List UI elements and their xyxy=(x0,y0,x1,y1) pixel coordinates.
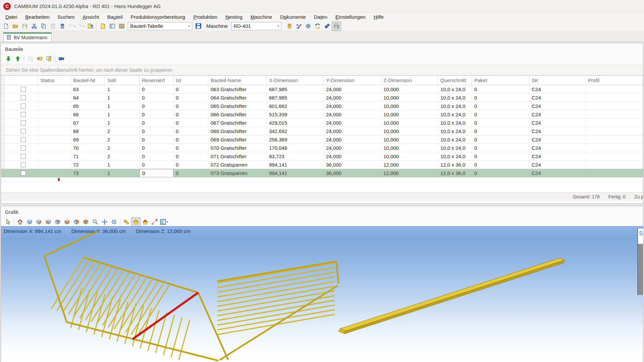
cell-querschnitt[interactable]: 12,0 x 36,0 xyxy=(438,169,472,177)
cell-paket[interactable]: 0 xyxy=(472,135,529,144)
cut-button[interactable] xyxy=(30,21,39,31)
menu-produktionsvorbereitung[interactable]: Produktionsvorbereitung xyxy=(127,13,190,20)
cell-reserviert[interactable]: 0 xyxy=(140,102,173,110)
machine-tool-button[interactable] xyxy=(294,21,304,31)
menu-produktion[interactable]: Produktion xyxy=(189,13,221,20)
cell-y-dimension[interactable]: 24,000 xyxy=(324,152,381,161)
cell-querschnitt[interactable]: 10,0 x 24,0 xyxy=(438,152,472,161)
cell-ist[interactable]: 0 xyxy=(173,169,208,177)
cell-y-dimension[interactable]: 24,000 xyxy=(324,94,381,102)
cell-querschnitt[interactable]: 10,0 x 24,0 xyxy=(438,127,472,135)
cell-querschnitt[interactable]: 10,0 x 24,0 xyxy=(438,135,472,144)
cell-profil[interactable] xyxy=(586,135,643,144)
cell-reserviert[interactable]: 0 xyxy=(140,85,173,94)
table-row-72[interactable]: 72100072 Gratsparren994,14136,00012,0001… xyxy=(1,161,643,169)
cell-y-dimension[interactable]: 24,000 xyxy=(324,144,381,152)
cell-reserviert[interactable]: 0 xyxy=(140,161,173,169)
row-checkbox[interactable] xyxy=(21,171,26,176)
cell-x-dimension[interactable]: 687,985 xyxy=(267,94,324,102)
building-view-button[interactable] xyxy=(131,217,141,227)
view-cube-iso-button[interactable] xyxy=(25,217,34,227)
cell-status[interactable] xyxy=(38,161,71,169)
cell-z-dimension[interactable]: 10,000 xyxy=(381,135,438,144)
cell-bauteil-name[interactable]: 066 Gratschifter xyxy=(208,110,267,119)
cell-bauteil-nr[interactable]: 65 xyxy=(71,102,105,110)
cell-status[interactable] xyxy=(38,152,71,161)
view-cube-top-button[interactable] xyxy=(53,217,62,227)
cell-z-dimension[interactable]: 10,000 xyxy=(381,119,438,127)
menu-bauteil[interactable]: Bauteil xyxy=(103,13,127,20)
column-header-ist[interactable]: Ist xyxy=(173,76,208,85)
cell-reserviert[interactable]: 0 xyxy=(140,144,173,152)
checkbox-column-header[interactable] xyxy=(4,76,38,85)
cell-querschnitt[interactable]: 10,0 x 24,0 xyxy=(438,102,472,110)
view-cube-front-button[interactable] xyxy=(44,217,53,227)
cell-ist[interactable]: 0 xyxy=(173,85,208,94)
table-row-73[interactable]: 73100073 Gratsparren994,14136,00012,0001… xyxy=(1,169,643,177)
view-cube-topfront-button[interactable] xyxy=(81,217,91,227)
cell-status[interactable] xyxy=(38,85,71,94)
cell-x-dimension[interactable]: 429,015 xyxy=(267,119,324,127)
cell-soll[interactable]: 2 xyxy=(105,144,140,152)
cell-y-dimension[interactable]: 24,000 xyxy=(324,102,381,110)
cell-profil[interactable] xyxy=(586,85,643,94)
cell-paket[interactable]: 0 xyxy=(472,119,529,127)
cell-profil[interactable] xyxy=(586,144,643,152)
cell-querschnitt[interactable]: 12,0 x 36,0 xyxy=(438,161,472,169)
cell-sk[interactable]: C24 xyxy=(529,85,586,94)
cell-bauteil-name[interactable]: 068 Gratschifter xyxy=(208,127,267,135)
save-view-button[interactable] xyxy=(194,21,203,31)
cell-y-dimension[interactable]: 24,000 xyxy=(324,127,381,135)
row-checkbox[interactable] xyxy=(21,154,26,159)
cell-profil[interactable] xyxy=(586,161,643,169)
column-header-z-dimension[interactable]: Z-Dimension xyxy=(381,76,438,85)
cell-sk[interactable]: C24 xyxy=(529,127,586,135)
column-header-sk[interactable]: SK xyxy=(529,76,586,85)
cell-paket[interactable]: 0 xyxy=(472,85,529,94)
cell-status[interactable] xyxy=(38,110,71,119)
cell-soll[interactable]: 1 xyxy=(105,169,140,177)
cell-soll[interactable]: 1 xyxy=(105,102,140,110)
cell-soll[interactable]: 1 xyxy=(105,110,140,119)
measure-tool-button[interactable] xyxy=(122,217,131,227)
cell-bauteil-nr[interactable]: 69 xyxy=(71,135,105,144)
cell-soll[interactable]: 1 xyxy=(105,119,140,127)
menu-maschine[interactable]: Maschine xyxy=(247,13,276,20)
cell-sk[interactable]: C24 xyxy=(529,110,586,119)
cell-profil[interactable] xyxy=(586,152,643,161)
row-checkbox[interactable] xyxy=(21,120,26,125)
cell-profil[interactable] xyxy=(586,110,643,119)
cell-reserviert[interactable]: 0 xyxy=(140,94,173,102)
column-header-reserviert[interactable]: Reserviert xyxy=(140,76,173,85)
cell-y-dimension[interactable]: 36,000 xyxy=(324,161,381,169)
cell-bauteil-name[interactable]: 069 Gratschifter xyxy=(208,135,267,144)
table-row-66[interactable]: 66100066 Gratschifter515,33924,00010,000… xyxy=(1,110,643,119)
cell-bauteil-name[interactable]: 070 Gratschifter xyxy=(208,144,267,152)
cell-profil[interactable] xyxy=(586,94,643,102)
cell-bauteil-nr[interactable]: 68 xyxy=(71,127,105,135)
table-row-71[interactable]: 71200071 Gratschifter83,72324,00010,0001… xyxy=(1,152,643,161)
menu-suchen[interactable]: Suchen xyxy=(54,13,79,20)
cell-profil[interactable] xyxy=(586,127,643,135)
cell-sk[interactable]: C24 xyxy=(529,161,586,169)
move-up-button[interactable] xyxy=(13,54,22,63)
cell-paket[interactable]: 0 xyxy=(472,152,529,161)
side-panel-cutoff[interactable]: S xyxy=(637,229,643,295)
cell-paket[interactable]: 0 xyxy=(472,144,529,152)
column-header-bauteil-nr[interactable]: Bauteil-Nr xyxy=(71,76,105,85)
column-header-bauteil-name[interactable]: Bauteil-Name xyxy=(208,76,267,85)
cell-ist[interactable]: 0 xyxy=(173,161,208,169)
row-checkbox[interactable] xyxy=(21,104,26,109)
cell-x-dimension[interactable]: 994,141 xyxy=(267,169,324,177)
table-row-65[interactable]: 65100065 Gratschifter601,66224,00010,000… xyxy=(1,102,643,110)
cell-status[interactable] xyxy=(38,102,71,110)
cell-z-dimension[interactable]: 10,000 xyxy=(381,94,438,102)
refresh-button[interactable] xyxy=(313,21,322,31)
cell-status[interactable] xyxy=(38,119,71,127)
undo-button[interactable]: ↶▾ xyxy=(67,21,76,31)
pan-hand-button[interactable] xyxy=(285,21,294,31)
cell-ist[interactable]: 0 xyxy=(173,135,208,144)
column-header-profil[interactable]: Profil xyxy=(586,76,643,85)
cell-bauteil-name[interactable]: 067 Gratschifter xyxy=(208,119,267,127)
cell-paket[interactable]: 0 xyxy=(472,161,529,169)
